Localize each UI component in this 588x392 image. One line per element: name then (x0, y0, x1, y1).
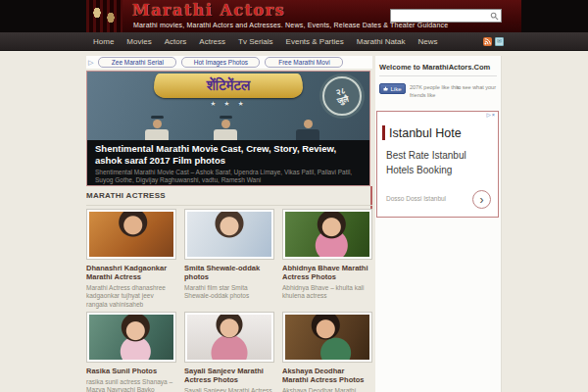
post-title[interactable]: Akshaya Deodhar Marathi Actress Photos (282, 367, 372, 384)
post-thumbnail[interactable] (184, 209, 274, 260)
post-card: Abhidnya Bhave Marathi Actress Photos Ab… (282, 209, 372, 309)
poster-title-devanagari: शेंटिमेंटल (207, 77, 251, 94)
release-date-badge: २८ जुलै (322, 76, 362, 116)
ad-arrow-button[interactable]: › (472, 190, 491, 209)
fb-like-count: 207K people like this. (410, 84, 461, 90)
post-grid-row-2: Rasika Sunil Photos rasika sunil actress… (86, 312, 372, 392)
chevron-right-icon: › (480, 194, 484, 206)
poster-figure (144, 116, 170, 140)
post-card: Smita Shewale-oddak photos Marathi film … (184, 209, 274, 309)
feed-icons: ✉ (483, 37, 504, 46)
sidebar-welcome-title: Welcome to MarathiActors.Com (379, 63, 497, 76)
slider-caption-overlay: Shentimental Marathi Movie Cast, Crew, S… (87, 140, 369, 185)
sidebar: Welcome to MarathiActors.Com Like 207K p… (375, 56, 502, 392)
post-excerpt: Sayali Sanjeev Marathi Actress Photos (184, 387, 274, 392)
rss-icon[interactable] (483, 37, 492, 46)
post-excerpt: Marathi film star Smita Shewale-oddak ph… (184, 284, 274, 301)
nav-item-events-parties[interactable]: Events & Parties (286, 37, 344, 46)
search-input[interactable] (393, 10, 487, 22)
facebook-like-widget: Like 207K people like this. to see what … (379, 82, 497, 106)
featured-post-title[interactable]: Shentimental Marathi Movie Cast, Crew, S… (95, 143, 362, 167)
facebook-like-button[interactable]: Like (379, 83, 406, 94)
post-title[interactable]: Dhanashri Kadgaonkar Marathi Actress (86, 264, 176, 281)
post-title[interactable]: Abhidnya Bhave Marathi Actress Photos (282, 264, 372, 281)
theater-masks-logo-icon (86, 0, 122, 32)
post-title[interactable]: Rasika Sunil Photos (86, 367, 176, 375)
featured-post-excerpt: Shentimental Marathi Movie Cast – Ashok … (95, 169, 362, 185)
ad-headline[interactable]: Istanbul Hote (389, 126, 499, 140)
search-icon[interactable] (490, 12, 499, 21)
post-excerpt: Abhidnya Bhave – khulta kali khulena act… (282, 284, 372, 301)
post-excerpt: rasika sunil actress Shanaya – Mazya Nav… (86, 378, 176, 392)
section-title: MARATHI ACTRESS (86, 191, 372, 206)
nav-item-actors[interactable]: Actors (165, 37, 187, 46)
site-banner: Marathi Actors Marathi movies, Marathi A… (86, 0, 521, 32)
main-nav: Home Movies Actors Actress Tv Serials Ev… (0, 32, 588, 51)
fb-like-note-bottom: friends like (410, 92, 435, 98)
nav-menu: Home Movies Actors Actress Tv Serials Ev… (93, 32, 438, 51)
post-thumbnail[interactable] (86, 209, 176, 260)
ad-links-bar: ▷ Zee Marathi Serial Hot Images Photos F… (86, 56, 372, 69)
release-date-month: जुलै (336, 95, 349, 106)
movie-poster: शेंटिमेंटल ★ ★ ★ २८ जुलै (87, 72, 369, 140)
ad-accent-bar (382, 125, 385, 140)
nav-item-tv-serials[interactable]: Tv Serials (238, 37, 273, 46)
email-subscribe-icon[interactable]: ✉ (495, 37, 504, 46)
ad-link-2[interactable]: Hot Images Photos (181, 57, 260, 68)
site-tagline: Marathi movies, Marathi Actors and Actre… (133, 22, 448, 28)
nav-item-movies[interactable]: Movies (126, 37, 151, 46)
post-excerpt: Akshaya Deodhar Marathi Actress Photos (282, 387, 372, 392)
sidebar-ad[interactable]: ▷× Istanbul Hote Best Rate Istanbul Hote… (376, 111, 499, 218)
poster-title-scroll: शेंटिमेंटल (154, 74, 303, 98)
nav-item-actress[interactable]: Actress (199, 37, 225, 46)
ad-brand: Dosso Dossi Istanbul (386, 195, 446, 202)
thumbs-up-icon (383, 86, 388, 91)
ad-subheadline[interactable]: Best Rate Istanbul Hotels Booking (386, 149, 490, 177)
poster-stars: ★ ★ ★ (210, 100, 247, 108)
post-thumbnail[interactable] (282, 312, 372, 363)
nav-item-home[interactable]: Home (93, 37, 114, 46)
ad-close-icon[interactable]: × (492, 112, 496, 118)
post-grid-row-1: Dhanashri Kadgaonkar Marathi Actress Mar… (86, 209, 372, 309)
post-card: Rasika Sunil Photos rasika sunil actress… (86, 312, 176, 392)
site-logo[interactable]: Marathi Actors (132, 1, 285, 20)
post-excerpt: Marathi Actress dhanashree kadgaonkar tu… (86, 284, 176, 309)
fb-like-note-right: to see what your (457, 84, 496, 90)
post-card: Akshaya Deodhar Marathi Actress Photos A… (282, 312, 372, 392)
poster-figure (295, 120, 320, 140)
nav-item-news[interactable]: News (418, 37, 438, 46)
post-thumbnail[interactable] (184, 312, 274, 363)
nav-item-marathi-natak[interactable]: Marathi Natak (357, 37, 406, 46)
post-card: Sayali Sanjeev Marathi Actress Photos Sa… (184, 312, 274, 392)
adchoices-icon[interactable]: ▷ (88, 58, 93, 68)
post-card: Dhanashri Kadgaonkar Marathi Actress Mar… (86, 209, 176, 309)
post-title[interactable]: Smita Shewale-oddak photos (184, 264, 274, 281)
post-thumbnail[interactable] (282, 209, 372, 260)
search-box[interactable] (390, 9, 502, 23)
post-thumbnail[interactable] (86, 312, 176, 363)
ad-link-3[interactable]: Free Marathi Movi (265, 57, 343, 68)
post-title[interactable]: Sayali Sanjeev Marathi Actress Photos (184, 367, 274, 384)
poster-figure (213, 116, 238, 140)
featured-post-slider[interactable]: शेंटिमेंटल ★ ★ ★ २८ जुलै Shentimental Ma… (86, 71, 370, 186)
ad-link-1[interactable]: Zee Marathi Serial (98, 57, 176, 68)
